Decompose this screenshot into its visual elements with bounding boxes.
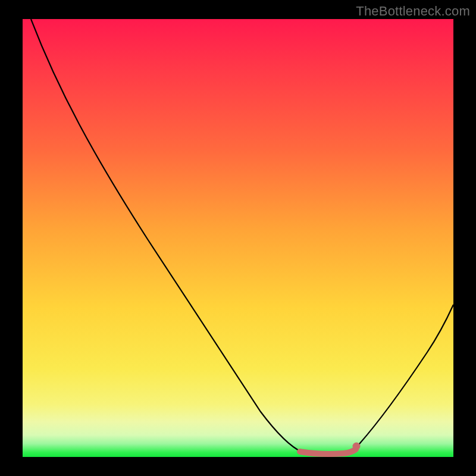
curve-layer	[23, 19, 453, 457]
plot-area	[23, 19, 453, 457]
bottleneck-curve	[31, 19, 453, 455]
watermark-text: TheBottleneck.com	[356, 4, 470, 19]
chart-frame: TheBottleneck.com	[0, 0, 476, 476]
trough-marker-dot	[353, 443, 361, 450]
trough-marker-line	[300, 449, 356, 454]
